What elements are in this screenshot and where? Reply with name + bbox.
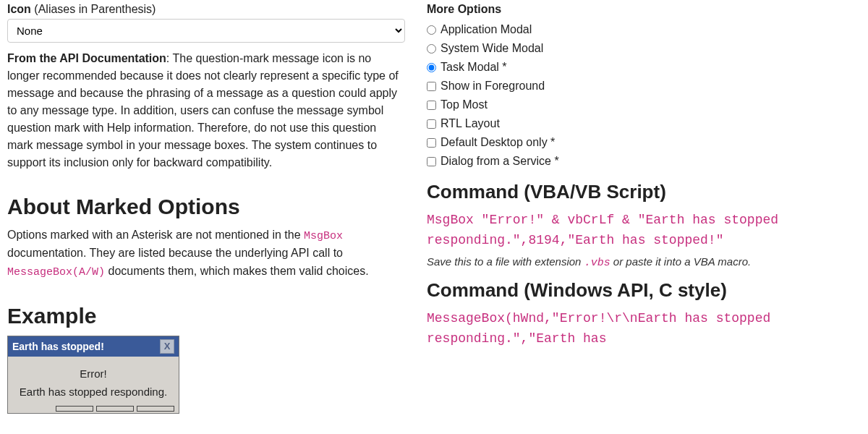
api-doc-lead: From the API Documentation [7,52,166,64]
msgbox-button-row [51,403,179,413]
msgbox-button-2[interactable] [96,406,134,412]
about-code-msgbox: MsgBox [304,230,343,242]
command-api-heading: Command (Windows API, C style) [427,279,854,302]
option-row[interactable]: RTL Layout [427,114,854,133]
command-vba-code: MsgBox "Error!" & vbCrLf & "Earth has st… [427,210,854,251]
icon-label: Icon [7,3,31,15]
option-row[interactable]: Top Most [427,95,854,114]
option-label: Default Desktop only * [441,136,555,149]
about-paragraph: Options marked with an Asterisk are not … [7,226,405,281]
option-label: Application Modal [441,23,532,36]
more-options-heading: More Options [427,3,854,16]
option-row[interactable]: Show in Foreground [427,77,854,95]
icon-label-paren: (Aliases in Parenthesis) [31,3,156,15]
option-checkbox[interactable] [427,119,436,129]
option-checkbox[interactable] [427,157,436,166]
option-radio[interactable] [427,25,436,35]
api-doc-paragraph: From the API Documentation: The question… [7,50,405,171]
option-label: Task Modal * [441,61,507,74]
option-row[interactable]: System Wide Modal [427,39,854,58]
command-api-code: MessageBox(hWnd,"Error!\r\nEarth has sto… [427,309,854,349]
option-checkbox[interactable] [427,82,436,91]
example-heading: Example [7,304,405,328]
option-label: System Wide Modal [441,42,543,55]
option-radio[interactable] [427,63,436,72]
vbs-hint-code: .vbs [584,257,610,269]
option-row[interactable]: Dialog from a Service * [427,152,854,171]
msgbox-line1: Error! [14,365,173,383]
more-options-list: Application ModalSystem Wide ModalTask M… [427,20,854,171]
msgbox-body: Error! Earth has stopped responding. [8,357,179,403]
option-label: Dialog from a Service * [441,155,559,168]
option-label: RTL Layout [441,117,500,130]
command-vba-heading: Command (VBA/VB Script) [427,181,854,203]
icon-select[interactable]: None [7,19,405,43]
about-code-messagebox: MessageBox(A/W) [7,266,105,278]
about-text-1b: documentation. They are listed because t… [7,247,343,259]
option-row[interactable]: Default Desktop only * [427,133,854,152]
icon-label-line: Icon (Aliases in Parenthesis) [7,3,405,16]
left-column: Icon (Aliases in Parenthesis) None From … [7,3,405,414]
page-root: Icon (Aliases in Parenthesis) None From … [0,0,868,421]
about-heading: About Marked Options [7,195,405,219]
api-doc-body: : The question-mark message icon is no l… [7,52,399,169]
msgbox-line2: Earth has stopped responding. [14,383,173,401]
example-msgbox: Earth has stopped! X Error! Earth has st… [7,336,179,414]
about-text-1c: documents them, which makes them valid c… [105,265,369,277]
vbs-hint-a: Save this to a file with extension [427,255,584,268]
vbs-hint-b: or paste it into a VBA macro. [610,255,752,268]
option-row[interactable]: Application Modal [427,20,854,39]
option-label: Top Most [441,98,488,111]
option-row[interactable]: Task Modal * [427,58,854,77]
msgbox-button-1[interactable] [56,406,93,412]
option-checkbox[interactable] [427,101,436,110]
about-text-1a: Options marked with an Asterisk are not … [7,229,304,241]
msgbox-title-text: Earth has stopped! [12,341,104,352]
right-column: More Options Application ModalSystem Wid… [427,3,854,414]
msgbox-titlebar: Earth has stopped! X [8,336,179,357]
msgbox-button-3[interactable] [137,406,174,412]
vbs-hint: Save this to a file with extension .vbs … [427,255,854,269]
option-label: Show in Foreground [441,80,545,93]
option-checkbox[interactable] [427,138,436,148]
option-radio[interactable] [427,44,436,54]
msgbox-close-button[interactable]: X [160,339,174,354]
